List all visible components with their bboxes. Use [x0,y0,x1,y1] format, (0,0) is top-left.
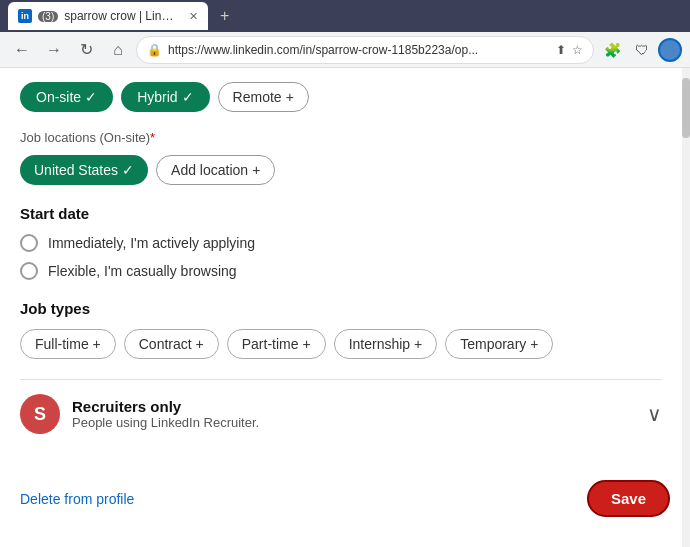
tab-close-button[interactable]: ✕ [189,10,198,23]
fulltime-label: Full-time [35,336,89,352]
onsite-button[interactable]: On-site ✓ [20,82,113,112]
browser-profile-button[interactable] [658,38,682,62]
forward-button[interactable]: → [40,36,68,64]
start-date-section: Start date Immediately, I'm actively app… [20,205,662,280]
hybrid-label: Hybrid [137,89,177,105]
toolbar-icons: 🧩 🛡 [598,36,682,64]
tab-notification-badge: (3) [38,11,58,22]
recruiter-description: People using LinkedIn Recruiter. [72,415,635,430]
recruiter-section: S Recruiters only People using LinkedIn … [20,379,662,448]
work-type-section: On-site ✓ Hybrid ✓ Remote + [20,82,662,112]
recruiter-expand-button[interactable]: ∨ [647,402,662,426]
star-icon: ☆ [572,43,583,57]
remote-plus-icon: + [286,89,294,105]
radio-immediately[interactable]: Immediately, I'm actively applying [20,234,662,252]
new-tab-button[interactable]: + [216,7,233,25]
radio-immediately-circle [20,234,38,252]
browser-chrome: in (3) sparrow crow | LinkedIn ✕ + ← → ↻… [0,0,690,68]
bottom-actions: Delete from profile Save [0,480,690,533]
page-content: On-site ✓ Hybrid ✓ Remote + Job location… [0,68,690,547]
home-button[interactable]: ⌂ [104,36,132,64]
contract-chip[interactable]: Contract + [124,329,219,359]
linkedin-favicon: in [18,9,32,23]
hybrid-button[interactable]: Hybrid ✓ [121,82,209,112]
united-states-label: United States [34,162,118,178]
internship-plus-icon: + [414,336,422,352]
scrollbar-thumb[interactable] [682,78,690,138]
remote-label: Remote [233,89,282,105]
parttime-plus-icon: + [302,336,310,352]
job-types-heading: Job types [20,300,662,317]
temporary-plus-icon: + [530,336,538,352]
delete-from-profile-button[interactable]: Delete from profile [20,491,134,507]
address-text: https://www.linkedin.com/in/sparrow-crow… [168,43,550,57]
recruiter-info: Recruiters only People using LinkedIn Re… [72,398,635,430]
location-section: Job locations (On-site)* United States ✓… [20,130,662,185]
lock-icon: 🔒 [147,43,162,57]
browser-toolbar: ← → ↻ ⌂ 🔒 https://www.linkedin.com/in/sp… [0,32,690,68]
contract-label: Contract [139,336,192,352]
united-states-checkmark: ✓ [122,162,134,178]
recruiter-avatar: S [20,394,60,434]
shield-icon-button[interactable]: 🛡 [628,36,656,64]
add-location-plus-icon: + [252,162,260,178]
back-button[interactable]: ← [8,36,36,64]
contract-plus-icon: + [196,336,204,352]
address-bar[interactable]: 🔒 https://www.linkedin.com/in/sparrow-cr… [136,36,594,64]
internship-label: Internship [349,336,410,352]
onsite-checkmark: ✓ [85,89,97,105]
browser-titlebar: in (3) sparrow crow | LinkedIn ✕ + [0,0,690,32]
fulltime-chip[interactable]: Full-time + [20,329,116,359]
temporary-label: Temporary [460,336,526,352]
start-date-heading: Start date [20,205,662,222]
parttime-label: Part-time [242,336,299,352]
refresh-button[interactable]: ↻ [72,36,100,64]
fulltime-plus-icon: + [93,336,101,352]
location-section-label: Job locations (On-site)* [20,130,662,145]
share-icon: ⬆ [556,43,566,57]
location-chips: United States ✓ Add location + [20,155,662,185]
tab-title: sparrow crow | LinkedIn [64,9,179,23]
save-button[interactable]: Save [587,480,670,517]
united-states-chip[interactable]: United States ✓ [20,155,148,185]
radio-flexible-circle [20,262,38,280]
onsite-label: On-site [36,89,81,105]
radio-flexible[interactable]: Flexible, I'm casually browsing [20,262,662,280]
parttime-chip[interactable]: Part-time + [227,329,326,359]
browser-tab[interactable]: in (3) sparrow crow | LinkedIn ✕ [8,2,208,30]
add-location-button[interactable]: Add location + [156,155,275,185]
job-type-chips: Full-time + Contract + Part-time + Inter… [20,329,662,359]
puzzle-icon-button[interactable]: 🧩 [598,36,626,64]
temporary-chip[interactable]: Temporary + [445,329,553,359]
recruiter-title: Recruiters only [72,398,635,415]
add-location-label: Add location [171,162,248,178]
radio-immediately-label: Immediately, I'm actively applying [48,235,255,251]
required-asterisk: * [150,130,155,145]
content-inner: On-site ✓ Hybrid ✓ Remote + Job location… [0,68,682,480]
scrollbar-track[interactable] [682,68,690,547]
internship-chip[interactable]: Internship + [334,329,438,359]
remote-button[interactable]: Remote + [218,82,309,112]
hybrid-checkmark: ✓ [182,89,194,105]
radio-flexible-label: Flexible, I'm casually browsing [48,263,237,279]
job-types-section: Job types Full-time + Contract + Part-ti… [20,300,662,359]
